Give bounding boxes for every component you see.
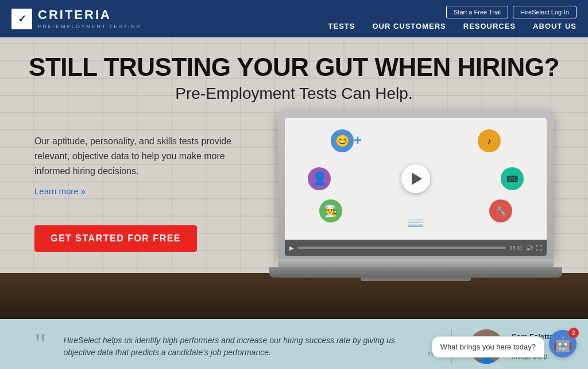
opening-quote-icon: " xyxy=(34,332,46,355)
laptop-graphic: 😊 ♪ 👨‍🍳 🔧 👤 ⌨ + ⌨️ xyxy=(278,111,554,281)
keyboard-icon: ⌨️ xyxy=(407,215,424,231)
nav-resources[interactable]: RESOURCES xyxy=(463,22,516,32)
video-controls: ▶ 13:31 🔊 ⛶ xyxy=(285,240,547,256)
testimonial-quote: HireSelect helps us identify high perfor… xyxy=(63,335,409,359)
fullscreen-icon[interactable]: ⛶ xyxy=(536,245,542,251)
logo[interactable]: ✓ CRITERIA PRE-EMPLOYMENT TESTING xyxy=(11,8,142,29)
logo-name: CRITERIA xyxy=(38,7,111,22)
chat-avatar[interactable]: 🤖 2 xyxy=(549,330,577,358)
volume-icon[interactable]: 🔊 xyxy=(526,245,533,251)
hero-left-panel: Our aptitude, personality, and skills te… xyxy=(34,117,241,252)
hero-main-headline: STILL TRUSTING YOUR GUT WHEN HIRING? xyxy=(29,53,559,81)
hero-subheadline: Pre-Employment Tests Can Help. xyxy=(29,84,559,103)
video-content[interactable]: 😊 ♪ 👨‍🍳 🔧 👤 ⌨ + ⌨️ xyxy=(285,118,547,240)
logo-text-group: CRITERIA PRE-EMPLOYMENT TESTING xyxy=(38,8,142,29)
laptop-lid: 😊 ♪ 👨‍🍳 🔧 👤 ⌨ + ⌨️ xyxy=(278,111,554,259)
hero-body: Our aptitude, personality, and skills te… xyxy=(0,105,588,298)
chat-bubble: What brings you here today? xyxy=(432,336,544,358)
nav-our-customers[interactable]: OUR CUSTOMERS xyxy=(372,22,446,32)
nav-about-us[interactable]: ABOUT US xyxy=(533,22,577,32)
video-time: 13:31 xyxy=(509,245,523,251)
hero-laptop: 😊 ♪ 👨‍🍳 🔧 👤 ⌨ + ⌨️ xyxy=(278,117,565,281)
main-nav: TESTS OUR CUSTOMERS RESOURCES ABOUT US xyxy=(328,22,577,32)
laptop-screen: 😊 ♪ 👨‍🍳 🔧 👤 ⌨ + ⌨️ xyxy=(285,118,547,256)
video-progress-bar[interactable] xyxy=(297,247,506,249)
site-header: ✓ CRITERIA PRE-EMPLOYMENT TESTING Start … xyxy=(0,0,588,37)
video-area: 😊 ♪ 👨‍🍳 🔧 👤 ⌨ + ⌨️ xyxy=(285,118,547,256)
start-free-trial-button[interactable]: Start a Free Trial xyxy=(446,6,508,18)
checkmark-icon: ✓ xyxy=(18,13,26,25)
person-icon: 👤 xyxy=(308,167,331,190)
chat-widget[interactable]: What brings you here today? 🤖 2 xyxy=(432,330,577,358)
smiley-icon: 😊 xyxy=(331,129,354,152)
chat-badge: 2 xyxy=(568,328,579,338)
get-started-button[interactable]: GET STARTED FOR FREE xyxy=(34,225,197,252)
hero-section: STILL TRUSTING YOUR GUT WHEN HIRING? Pre… xyxy=(0,37,588,319)
laptop-base xyxy=(269,267,562,278)
tools-icon: 🔧 xyxy=(489,199,512,222)
hireselect-login-button[interactable]: HireSelect Log-In xyxy=(513,6,577,18)
logo-subtitle: PRE-EMPLOYMENT TESTING xyxy=(38,24,142,29)
learn-more-link[interactable]: Learn more » xyxy=(34,186,86,196)
laptop-hinge xyxy=(278,259,554,267)
laptop-stand xyxy=(361,278,471,281)
hero-content: STILL TRUSTING YOUR GUT WHEN HIRING? Pre… xyxy=(0,37,588,298)
play-control-icon[interactable]: ▶ xyxy=(289,245,294,251)
play-triangle-icon xyxy=(412,172,422,185)
hero-headline-block: STILL TRUSTING YOUR GUT WHEN HIRING? Pre… xyxy=(17,37,571,105)
plus-icon: + xyxy=(354,132,362,148)
hero-description: Our aptitude, personality, and skills te… xyxy=(34,134,241,178)
header-right: Start a Free Trial HireSelect Log-In TES… xyxy=(328,6,577,32)
logo-icon: ✓ xyxy=(11,9,32,29)
header-buttons: Start a Free Trial HireSelect Log-In xyxy=(446,6,577,18)
chef-icon: 👨‍🍳 xyxy=(319,199,342,222)
keyboard-small-icon: ⌨ xyxy=(501,167,524,190)
music-icon: ♪ xyxy=(478,129,501,152)
nav-tests[interactable]: TESTS xyxy=(328,22,355,32)
